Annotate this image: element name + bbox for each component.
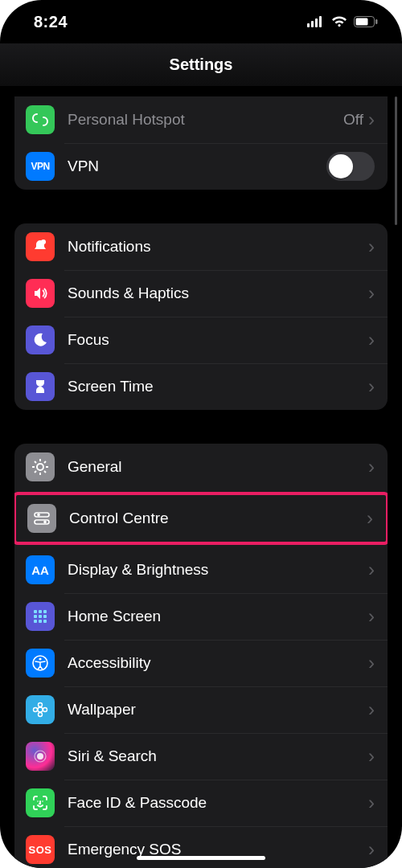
svg-line-13 bbox=[35, 461, 36, 463]
svg-rect-1 bbox=[311, 21, 314, 27]
scroll-indicator[interactable] bbox=[395, 96, 397, 225]
row-sounds[interactable]: Sounds & Haptics › bbox=[14, 270, 388, 317]
sos-icon: SOS bbox=[26, 835, 55, 864]
wallpaper-icon bbox=[26, 695, 55, 724]
siri-icon bbox=[26, 742, 55, 771]
row-display[interactable]: AA Display & Brightness › bbox=[14, 547, 388, 593]
svg-line-14 bbox=[44, 471, 46, 473]
svg-rect-27 bbox=[34, 620, 37, 623]
svg-point-34 bbox=[39, 713, 43, 717]
row-siri[interactable]: Siri & Search › bbox=[14, 733, 388, 780]
svg-point-35 bbox=[34, 708, 38, 712]
row-detail: Off bbox=[343, 111, 363, 129]
svg-point-20 bbox=[43, 521, 47, 524]
svg-line-15 bbox=[35, 471, 36, 473]
row-label: General bbox=[68, 458, 368, 476]
row-label: Notifications bbox=[68, 238, 368, 256]
svg-rect-26 bbox=[43, 615, 47, 618]
row-emergency-sos[interactable]: SOS Emergency SOS › bbox=[14, 826, 388, 868]
chevron-icon: › bbox=[368, 653, 375, 673]
sounds-icon bbox=[26, 279, 55, 308]
status-right bbox=[307, 16, 378, 27]
row-screentime[interactable]: Screen Time › bbox=[14, 363, 388, 410]
group-connectivity: Personal Hotspot Off › VPN VPN bbox=[14, 96, 388, 190]
svg-point-40 bbox=[42, 800, 43, 802]
vpn-icon: VPN bbox=[26, 152, 55, 181]
settings-list[interactable]: Personal Hotspot Off › VPN VPN Notificat… bbox=[0, 96, 402, 868]
chevron-icon: › bbox=[368, 457, 375, 477]
chevron-icon: › bbox=[368, 377, 375, 396]
notch bbox=[133, 0, 269, 26]
chevron-icon: › bbox=[368, 747, 375, 766]
row-wallpaper[interactable]: Wallpaper › bbox=[14, 686, 388, 733]
svg-rect-19 bbox=[35, 520, 49, 524]
svg-rect-17 bbox=[35, 513, 49, 517]
row-label: Wallpaper bbox=[68, 701, 368, 719]
home-indicator[interactable] bbox=[137, 856, 265, 860]
chevron-icon: › bbox=[368, 793, 375, 813]
row-control-centre[interactable]: Control Centre › bbox=[16, 495, 386, 542]
svg-point-39 bbox=[37, 800, 39, 802]
svg-point-32 bbox=[38, 707, 43, 712]
status-bar: 8:24 bbox=[0, 0, 402, 43]
svg-point-38 bbox=[37, 753, 43, 760]
row-homescreen[interactable]: Home Screen › bbox=[14, 593, 388, 640]
row-focus[interactable]: Focus › bbox=[14, 317, 388, 363]
row-label: Control Centre bbox=[69, 510, 367, 527]
chevron-icon: › bbox=[368, 110, 375, 129]
row-label: Focus bbox=[68, 331, 368, 349]
chevron-icon: › bbox=[368, 330, 375, 350]
svg-rect-29 bbox=[43, 620, 47, 623]
vpn-toggle[interactable] bbox=[326, 152, 375, 181]
row-accessibility[interactable]: Accessibility › bbox=[14, 640, 388, 686]
cellular-icon bbox=[307, 16, 325, 27]
row-vpn[interactable]: VPN VPN bbox=[14, 143, 388, 190]
svg-rect-21 bbox=[34, 610, 37, 613]
group-notifications: Notifications › Sounds & Haptics › Focus… bbox=[14, 223, 388, 410]
toggle-knob bbox=[329, 154, 353, 178]
hotspot-icon bbox=[26, 105, 55, 134]
controlcentre-icon bbox=[27, 504, 56, 533]
homescreen-icon bbox=[26, 602, 55, 631]
svg-rect-3 bbox=[319, 16, 322, 27]
svg-rect-0 bbox=[307, 23, 310, 27]
svg-point-8 bbox=[37, 464, 43, 470]
accessibility-icon bbox=[26, 649, 55, 678]
wifi-icon bbox=[331, 16, 347, 27]
chevron-icon: › bbox=[368, 700, 375, 719]
row-label: Personal Hotspot bbox=[68, 111, 343, 129]
svg-rect-22 bbox=[39, 610, 42, 613]
svg-point-31 bbox=[39, 657, 41, 660]
svg-point-36 bbox=[43, 708, 47, 712]
row-notifications[interactable]: Notifications › bbox=[14, 223, 388, 270]
status-time: 8:24 bbox=[34, 13, 68, 31]
row-general[interactable]: General › bbox=[14, 444, 388, 490]
svg-rect-6 bbox=[375, 19, 378, 24]
notifications-icon bbox=[26, 232, 55, 261]
general-icon bbox=[26, 452, 55, 481]
row-faceid[interactable]: Face ID & Passcode › bbox=[14, 780, 388, 826]
row-label: Siri & Search bbox=[68, 747, 368, 765]
chevron-icon: › bbox=[368, 840, 375, 859]
chevron-icon: › bbox=[368, 284, 375, 303]
svg-point-18 bbox=[37, 514, 40, 517]
row-label: Accessibility bbox=[68, 654, 368, 672]
svg-rect-28 bbox=[39, 620, 42, 623]
svg-line-16 bbox=[44, 461, 46, 463]
row-personal-hotspot[interactable]: Personal Hotspot Off › bbox=[14, 96, 388, 143]
focus-icon bbox=[26, 326, 55, 354]
svg-rect-2 bbox=[315, 18, 318, 27]
faceid-icon bbox=[26, 788, 55, 817]
annotation-highlight: Control Centre › bbox=[14, 492, 388, 545]
chevron-icon: › bbox=[368, 607, 375, 626]
svg-rect-25 bbox=[39, 615, 42, 618]
row-label: Home Screen bbox=[68, 608, 368, 625]
svg-rect-23 bbox=[43, 610, 47, 613]
svg-rect-24 bbox=[34, 615, 37, 618]
battery-icon bbox=[354, 16, 378, 27]
display-icon: AA bbox=[26, 555, 55, 584]
screentime-icon bbox=[26, 372, 55, 401]
device-frame: 8:24 Settings Personal Hotspot O bbox=[0, 0, 402, 868]
row-label: Sounds & Haptics bbox=[68, 285, 368, 302]
chevron-icon: › bbox=[368, 237, 375, 256]
